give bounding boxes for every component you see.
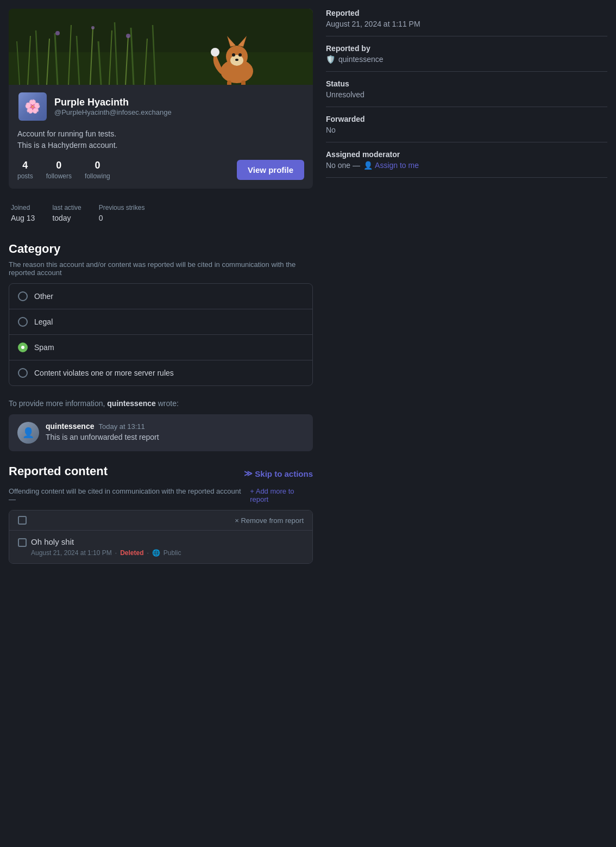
forwarded-row: Forwarded No bbox=[326, 107, 607, 142]
category-heading: Category bbox=[9, 242, 313, 256]
category-section: Category The reason this account and/or … bbox=[9, 242, 313, 386]
reported-item-header: × Remove from report bbox=[9, 510, 312, 531]
add-more-link[interactable]: + Add more to report bbox=[250, 487, 313, 503]
radio-other[interactable] bbox=[18, 291, 28, 301]
assigned-moderator-label: Assigned moderator bbox=[326, 150, 607, 159]
status-value: Unresolved bbox=[326, 90, 607, 99]
profile-bio: Account for running fun tests. This is a… bbox=[17, 128, 304, 151]
category-label-rules: Content violates one or more server rule… bbox=[34, 369, 174, 377]
status-row: Status Unresolved bbox=[326, 72, 607, 107]
dot-separator: · bbox=[115, 549, 117, 557]
joined-label: Joined bbox=[11, 204, 35, 211]
post-text: Oh holy shit bbox=[31, 537, 74, 546]
reported-item-container: × Remove from report Oh holy shit August… bbox=[9, 510, 313, 564]
forwarded-label: Forwarded bbox=[326, 115, 607, 123]
strikes-label: Previous strikes bbox=[99, 204, 145, 211]
assign-to-me-link[interactable]: 👤 Assign to me bbox=[363, 161, 419, 170]
note-avatar: 👤 bbox=[17, 422, 39, 444]
note-text: This is an unforwarded test report bbox=[46, 433, 159, 441]
stat-posts: 4 posts bbox=[17, 160, 33, 180]
category-option-legal[interactable]: Legal bbox=[9, 309, 312, 335]
svg-point-30 bbox=[211, 48, 219, 57]
svg-point-19 bbox=[126, 34, 130, 38]
svg-point-17 bbox=[55, 31, 60, 35]
stat-followers: 0 followers bbox=[46, 160, 72, 180]
reported-by-label: Reported by bbox=[326, 44, 607, 53]
reported-by-row: Reported by 🛡️ quintessence bbox=[326, 36, 607, 72]
radio-legal[interactable] bbox=[18, 317, 28, 327]
reported-date-row: Reported August 21, 2024 at 1:11 PM bbox=[326, 9, 607, 36]
category-description: The reason this account and/or content w… bbox=[9, 260, 313, 277]
profile-banner bbox=[9, 9, 313, 85]
globe-icon: 🌐 bbox=[152, 549, 160, 557]
reported-post: Oh holy shit August 21, 2024 at 1:10 PM … bbox=[9, 531, 312, 563]
reported-label: Reported bbox=[326, 9, 607, 17]
joined-value: Aug 13 bbox=[11, 214, 35, 222]
svg-point-18 bbox=[91, 26, 95, 29]
profile-name: Purple Hyacinth bbox=[54, 97, 172, 108]
svg-rect-31 bbox=[227, 80, 231, 85]
person-icon: 👤 bbox=[363, 161, 373, 170]
last-active-value: today bbox=[52, 214, 81, 222]
last-active-label: last active bbox=[52, 204, 81, 211]
profile-card: 🌸 Purple Hyacinth @PurpleHyacinth@infose… bbox=[9, 9, 313, 189]
radio-rules[interactable] bbox=[18, 368, 28, 378]
svg-rect-1 bbox=[9, 52, 313, 85]
category-option-rules[interactable]: Content violates one or more server rule… bbox=[9, 360, 312, 385]
stat-following: 0 following bbox=[85, 160, 110, 180]
view-profile-button[interactable]: View profile bbox=[237, 160, 304, 180]
report-info-section: Reported August 21, 2024 at 1:11 PM Repo… bbox=[326, 9, 607, 178]
svg-rect-32 bbox=[241, 80, 246, 85]
assigned-moderator-row: Assigned moderator No one — 👤 Assign to … bbox=[326, 142, 607, 178]
category-option-spam[interactable]: Spam bbox=[9, 335, 312, 360]
reported-content-heading: Reported content bbox=[9, 464, 108, 478]
remove-from-report-button[interactable]: × Remove from report bbox=[235, 516, 304, 525]
svg-point-28 bbox=[238, 53, 242, 57]
category-label-spam: Spam bbox=[34, 343, 54, 352]
avatar: 🌸 bbox=[17, 91, 48, 122]
post-visibility: Public bbox=[164, 549, 181, 557]
category-options: Other Legal Spam Content violates one or… bbox=[9, 283, 313, 386]
reported-content-section: Reported content ≫ Skip to actions Offen… bbox=[9, 464, 313, 564]
skip-to-actions-link[interactable]: ≫ Skip to actions bbox=[244, 469, 313, 478]
item-header-checkbox[interactable] bbox=[18, 516, 27, 525]
reported-date-value: August 21, 2024 at 1:11 PM bbox=[326, 20, 607, 28]
offending-notice: Offending content will be cited in commu… bbox=[9, 487, 313, 503]
strikes-value: 0 bbox=[99, 214, 145, 222]
forwarded-value: No bbox=[326, 126, 607, 134]
chevron-down-icon: ≫ bbox=[244, 469, 253, 478]
svg-point-27 bbox=[232, 53, 235, 57]
radio-spam[interactable] bbox=[18, 342, 28, 352]
account-meta: Joined Aug 13 last active today Previous… bbox=[9, 197, 313, 229]
reporter-icon: 🛡️ bbox=[326, 55, 335, 64]
note-section: To provide more information, quintessenc… bbox=[9, 399, 313, 451]
note-author: quintessence bbox=[46, 422, 94, 431]
category-label-legal: Legal bbox=[34, 317, 53, 326]
reporter-name: quintessence bbox=[338, 55, 384, 64]
profile-handle: @PurpleHyacinth@infosec.exchange bbox=[54, 108, 172, 116]
category-label-other: Other bbox=[34, 292, 53, 301]
post-checkbox[interactable] bbox=[18, 538, 27, 547]
assigned-no-one: No one — bbox=[326, 161, 360, 170]
svg-point-29 bbox=[235, 59, 238, 61]
post-date: August 21, 2024 at 1:10 PM bbox=[31, 549, 112, 557]
note-time: Today at 13:11 bbox=[98, 422, 144, 431]
post-meta: August 21, 2024 at 1:10 PM · Deleted · 🌐… bbox=[18, 549, 304, 557]
category-option-other[interactable]: Other bbox=[9, 284, 312, 309]
status-label: Status bbox=[326, 79, 607, 88]
dot-separator-2: · bbox=[147, 549, 148, 557]
post-deleted-badge: Deleted bbox=[120, 549, 143, 557]
note-card: 👤 quintessence Today at 13:11 This is an… bbox=[9, 414, 313, 451]
note-header: To provide more information, quintessenc… bbox=[9, 399, 313, 408]
